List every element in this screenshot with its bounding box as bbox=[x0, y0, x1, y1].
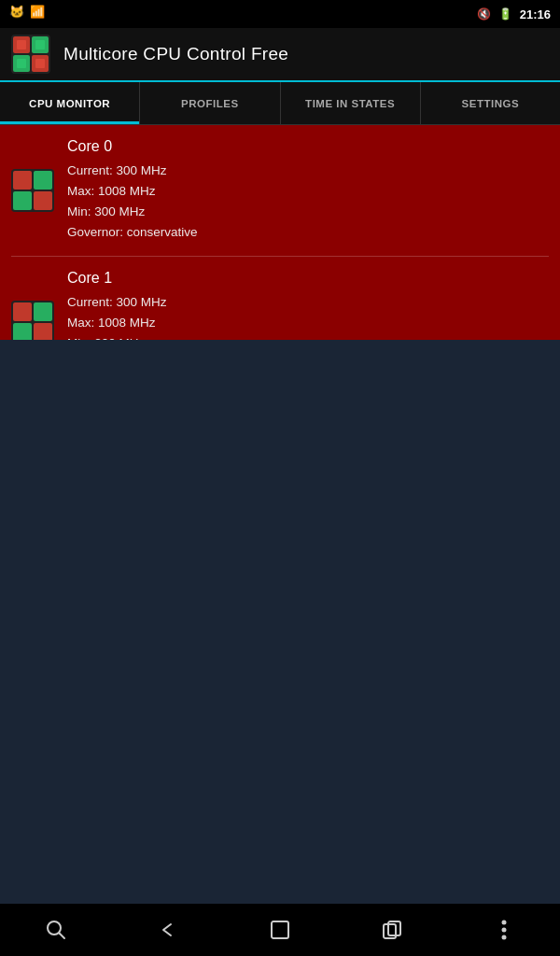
tab-profiles-label: PROFILES bbox=[181, 98, 239, 109]
search-nav-button[interactable] bbox=[34, 907, 78, 952]
tab-time-in-states-label: TIME IN STATES bbox=[305, 98, 395, 109]
app-icon bbox=[11, 35, 50, 74]
core-0-governor: Governor: conservative bbox=[67, 223, 198, 243]
svg-rect-13 bbox=[34, 191, 52, 210]
svg-rect-16 bbox=[34, 302, 52, 321]
menu-nav-button[interactable] bbox=[482, 907, 526, 952]
core-1-icon bbox=[11, 301, 54, 344]
status-bar: 🐱 📶 🔇 🔋 21:16 bbox=[0, 0, 560, 28]
svg-point-25 bbox=[502, 928, 507, 933]
svg-rect-10 bbox=[13, 171, 32, 190]
core-1-name: Core 1 bbox=[67, 270, 198, 287]
app-notification-icon: 🐱 bbox=[9, 5, 24, 19]
back-nav-button[interactable] bbox=[146, 907, 190, 952]
svg-point-26 bbox=[502, 935, 507, 940]
mute-icon: 🔇 bbox=[477, 7, 491, 21]
svg-rect-18 bbox=[34, 323, 52, 342]
battery-icon: 🔋 bbox=[498, 7, 512, 21]
svg-point-24 bbox=[502, 921, 507, 925]
app-title: Multicore CPU Control Free bbox=[63, 44, 288, 64]
tab-cpu-monitor-label: CPU MONITOR bbox=[29, 98, 110, 109]
core-0-icon bbox=[11, 169, 54, 212]
svg-rect-8 bbox=[35, 59, 45, 68]
core-0-max: Max: 1008 MHz bbox=[67, 182, 198, 202]
core-0-card: Core 0 Current: 300 MHz Max: 1008 MHz Mi… bbox=[0, 125, 560, 256]
svg-rect-5 bbox=[17, 40, 26, 49]
tab-time-in-states[interactable]: TIME IN STATES bbox=[281, 82, 421, 124]
core-1-current: Current: 300 MHz bbox=[67, 293, 198, 313]
tab-profiles[interactable]: PROFILES bbox=[140, 82, 280, 124]
svg-line-20 bbox=[60, 934, 65, 939]
recent-nav-button[interactable] bbox=[370, 907, 414, 952]
svg-rect-21 bbox=[272, 921, 288, 938]
bottom-nav bbox=[0, 904, 560, 956]
status-time: 21:16 bbox=[520, 7, 551, 21]
empty-area bbox=[0, 340, 560, 904]
status-left-icons: 🐱 📶 bbox=[9, 5, 45, 19]
svg-rect-17 bbox=[13, 323, 32, 342]
core-1-max: Max: 1008 MHz bbox=[67, 314, 198, 333]
signal-icon: 📶 bbox=[30, 5, 45, 19]
app-bar: Multicore CPU Control Free bbox=[0, 28, 560, 82]
tab-settings[interactable]: SETTINGS bbox=[421, 82, 560, 124]
core-0-info: Core 0 Current: 300 MHz Max: 1008 MHz Mi… bbox=[67, 138, 198, 243]
tab-settings-label: SETTINGS bbox=[462, 98, 520, 109]
core-0-name: Core 0 bbox=[67, 138, 198, 155]
tab-bar: CPU MONITOR PROFILES TIME IN STATES SETT… bbox=[0, 82, 560, 125]
svg-rect-6 bbox=[35, 40, 45, 49]
svg-rect-15 bbox=[13, 302, 32, 321]
core-0-current: Current: 300 MHz bbox=[67, 162, 198, 181]
tab-cpu-monitor[interactable]: CPU MONITOR bbox=[0, 82, 140, 124]
svg-rect-12 bbox=[13, 191, 32, 210]
svg-rect-11 bbox=[34, 171, 52, 190]
home-nav-button[interactable] bbox=[258, 907, 302, 952]
core-0-min: Min: 300 MHz bbox=[67, 203, 198, 222]
svg-rect-7 bbox=[17, 59, 26, 68]
